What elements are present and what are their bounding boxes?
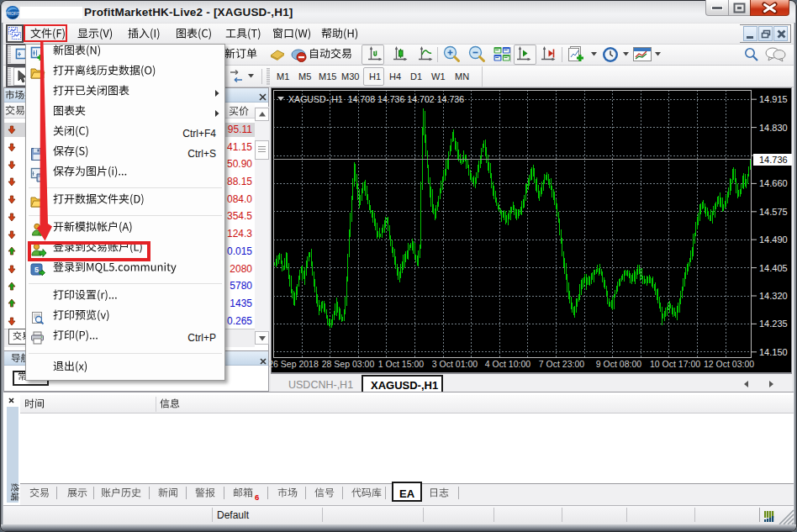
svg-text:5: 5 [34, 266, 39, 274]
